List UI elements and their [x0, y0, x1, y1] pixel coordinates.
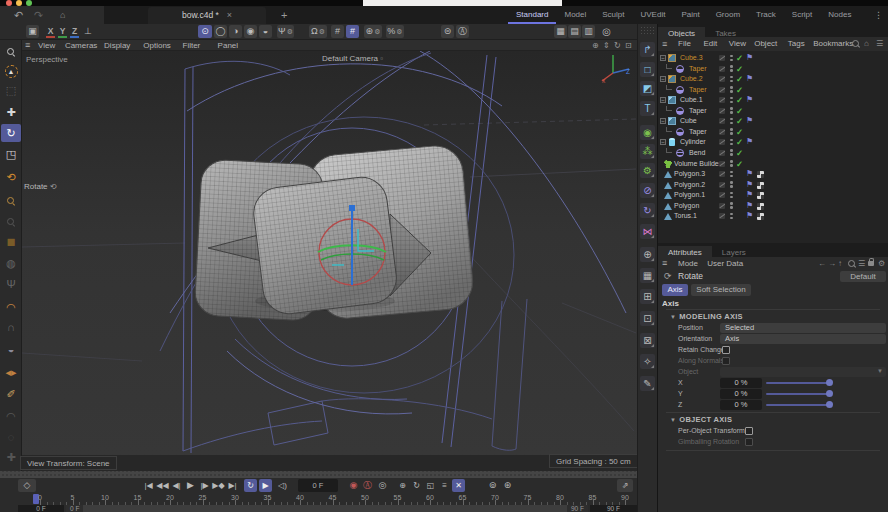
subdivide-tool-icon[interactable]: ◍	[1, 254, 21, 272]
x-slider-knob[interactable]	[826, 379, 833, 386]
phong-tag-icon[interactable]: ⚑	[746, 95, 753, 105]
viewport-menu-options[interactable]: Options	[143, 40, 171, 51]
visibility-dots[interactable]	[730, 97, 733, 105]
knife-tool-icon[interactable]: ✐	[1, 385, 21, 403]
collapse-caret-icon[interactable]: −	[660, 76, 666, 82]
axis-modify-icon[interactable]: ↱	[640, 42, 655, 57]
record-pla-icon[interactable]: ✕	[452, 479, 465, 492]
tree-row-cube[interactable]: −Cube✓⚑	[658, 116, 888, 127]
phong-tag-icon[interactable]: ⚑	[746, 211, 753, 221]
objects-menu-edit[interactable]: Edit	[703, 37, 717, 51]
keyframe-selection-icon[interactable]: ◎	[376, 479, 389, 492]
enabled-check-icon[interactable]: ✓	[736, 159, 743, 169]
mask-tool-icon[interactable]: ◒	[1, 340, 21, 358]
object-label[interactable]: Polygon.3	[674, 170, 705, 177]
current-frame-field[interactable]: 0 F	[298, 479, 338, 492]
move-tool-icon[interactable]: ✚	[1, 103, 21, 121]
objects-menu-icon[interactable]: ≡	[662, 37, 667, 51]
viewport-menu-view[interactable]: View	[38, 40, 55, 51]
text-spline-icon[interactable]: T	[640, 101, 655, 116]
orbit-camera-icon[interactable]: ↻	[614, 40, 621, 51]
visibility-dots[interactable]	[730, 213, 733, 221]
visibility-dots[interactable]	[730, 55, 733, 63]
scale-tool-icon[interactable]: ◑	[229, 25, 242, 38]
enabled-check-icon[interactable]: ✓	[736, 95, 743, 105]
phong-tag-icon[interactable]: ⚑	[746, 74, 753, 84]
enabled-check-icon[interactable]: ✓	[736, 53, 743, 63]
tree-row-polygon-1[interactable]: Polygon.1⚑	[658, 190, 888, 201]
enabled-check-icon[interactable]: ✓	[736, 127, 743, 137]
generator-icon[interactable]: ⚙	[640, 163, 655, 178]
bell-tool-icon[interactable]: ∩	[1, 318, 21, 336]
go-start-icon[interactable]: |◀	[142, 479, 155, 492]
layer-chip-icon[interactable]	[719, 66, 725, 72]
range-start-field[interactable]: 0 F	[18, 505, 64, 512]
zoom-region-tool-icon[interactable]	[1, 191, 21, 209]
arch-tool-icon[interactable]: ◠	[1, 298, 21, 316]
rect-selection-tool-icon[interactable]: ⬚	[1, 81, 21, 99]
search-tool-icon[interactable]	[1, 42, 21, 60]
y-slider-track[interactable]	[766, 393, 832, 395]
object-dropdown[interactable]: ▼	[720, 367, 886, 377]
enabled-check-icon[interactable]: ✓	[736, 116, 743, 126]
x-slider-track[interactable]	[766, 382, 832, 384]
viewport-menu-display[interactable]: Display	[104, 40, 130, 51]
uvw-tag-icon[interactable]	[757, 203, 764, 210]
tree-row-taper[interactable]: Taper✓	[658, 106, 888, 117]
close-tab-icon[interactable]: ×	[227, 10, 232, 20]
search-icon[interactable]	[848, 257, 856, 270]
snapping-icon[interactable]: #	[346, 25, 359, 38]
objects-menu-view[interactable]: View	[729, 37, 746, 51]
home-icon[interactable]: ⌂	[60, 6, 65, 24]
viewport-camera-label[interactable]: Default Camera ▫	[322, 54, 383, 63]
layer-chip-icon[interactable]	[719, 108, 725, 114]
live-selection-icon[interactable]: ⊙	[198, 25, 212, 38]
new-tab-button[interactable]: +	[281, 6, 287, 24]
default-button[interactable]: Default	[840, 271, 886, 282]
globe-icon[interactable]: ⊕	[640, 247, 655, 262]
objects-menu-bookmarks[interactable]: Bookmarks	[813, 37, 853, 51]
record-scale-icon[interactable]: ◱	[424, 479, 437, 492]
collapse-caret-icon[interactable]: −	[660, 118, 666, 124]
layer-chip-icon[interactable]	[719, 55, 725, 61]
layer-chip-icon[interactable]	[719, 76, 725, 82]
rotate-tool-icon[interactable]: ◉	[244, 25, 257, 38]
tree-row-taper[interactable]: Taper✓	[658, 85, 888, 96]
uvw-tag-icon[interactable]	[757, 192, 764, 199]
subdivision-surface-icon[interactable]: ◉	[640, 125, 655, 140]
workspace-overflow-icon[interactable]: ⋮	[874, 6, 883, 24]
workspace-tab-model[interactable]: Model	[556, 6, 594, 24]
visibility-dots[interactable]	[730, 149, 733, 157]
filter-icon[interactable]: ☰	[876, 37, 883, 51]
enabled-check-icon[interactable]: ✓	[736, 148, 743, 158]
last-tool-icon[interactable]: ◒	[259, 25, 272, 38]
layer-chip-icon[interactable]	[719, 171, 725, 177]
phong-tag-icon[interactable]: ⚑	[746, 201, 753, 211]
viewport-menu-icon[interactable]: ≡	[25, 40, 30, 51]
collapse-caret-icon[interactable]: −	[660, 139, 666, 145]
objects-menu-tags[interactable]: Tags	[788, 37, 805, 51]
settings-icon[interactable]: ⚙	[878, 257, 885, 270]
plane-icon[interactable]: □	[640, 62, 655, 77]
asset-browser-icon[interactable]: Ⓐ	[456, 25, 469, 38]
layer-chip-icon[interactable]	[719, 87, 725, 93]
deformer-icon[interactable]: ⋈	[640, 224, 655, 239]
object-label[interactable]: Cube.1	[680, 96, 703, 103]
visibility-dots[interactable]	[730, 160, 733, 168]
workspace-tab-script[interactable]: Script	[784, 6, 820, 24]
make-editable-icon[interactable]: ▣	[26, 25, 39, 38]
visibility-dots[interactable]	[730, 171, 733, 179]
tree-row-cube-3[interactable]: −Cube.3✓⚑	[658, 53, 888, 64]
object-label[interactable]: Taper	[689, 86, 707, 93]
tree-row-polygon-2[interactable]: Polygon.2⚑	[658, 180, 888, 191]
circle-select-tool-icon[interactable]: ◌	[1, 428, 21, 446]
object-label[interactable]: Polygon	[674, 202, 699, 209]
tree-row-polygon-3[interactable]: Polygon.3⚑	[658, 169, 888, 180]
object-label[interactable]: Polygon.1	[674, 191, 705, 198]
viewport-3d[interactable]: Perspective Default Camera ▫ Rotate ⟲ Z …	[22, 51, 637, 455]
dolly-camera-icon[interactable]: ⇕	[603, 40, 610, 51]
phong-tag-icon[interactable]: ⚑	[746, 53, 753, 63]
axis-rotate-icon[interactable]: ↻	[640, 203, 655, 218]
object-label[interactable]: Cube	[680, 117, 697, 124]
simulation-icon[interactable]: Ψ⚙	[277, 25, 294, 38]
